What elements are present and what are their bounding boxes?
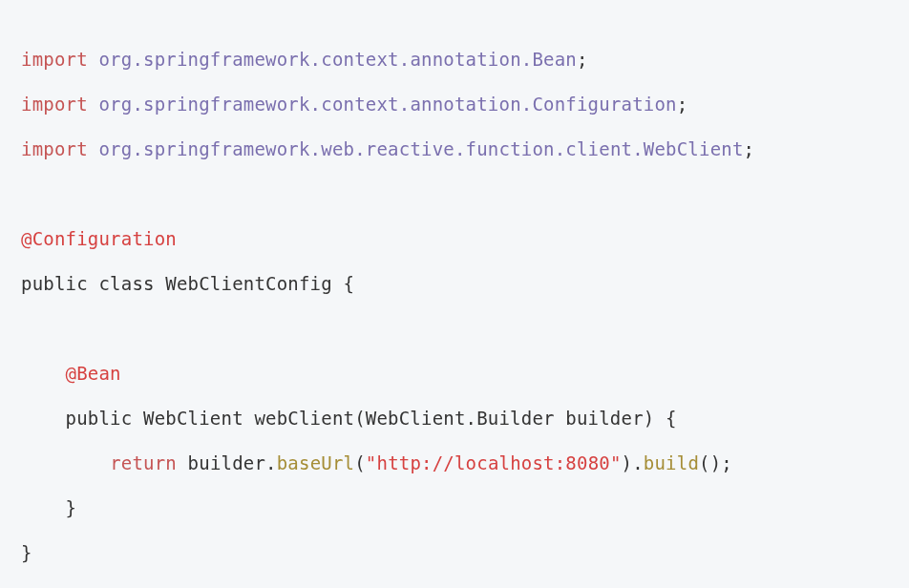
semicolon: ;: [577, 49, 588, 70]
code-line-import-1: import org.springframework.context.annot…: [21, 49, 588, 70]
blank-line: [21, 318, 32, 339]
brace-close: }: [21, 542, 32, 563]
brace-close: }: [66, 497, 77, 518]
string-url: "http://localhost:8080": [366, 452, 622, 473]
annotation-bean: @Bean: [66, 363, 121, 384]
code-line-class-decl: public class WebClientConfig {: [21, 273, 354, 294]
keyword-import: import: [21, 94, 88, 115]
package-path: org.springframework.context.annotation.B…: [98, 49, 576, 70]
annotation-configuration: @Configuration: [21, 228, 177, 249]
semicolon: ;: [744, 138, 755, 159]
semicolon: ;: [677, 94, 688, 115]
code-line-return: return builder.baseUrl("http://localhost…: [21, 452, 732, 473]
builder-object: builder.: [177, 452, 277, 473]
code-line-brace-close-inner: }: [21, 497, 76, 518]
paren-close-dot: ).: [622, 452, 644, 473]
code-line-import-3: import org.springframework.web.reactive.…: [21, 138, 754, 159]
keyword-import: import: [21, 49, 88, 70]
paren-open: (: [354, 452, 366, 473]
blank-line: [21, 183, 32, 204]
keyword-import: import: [21, 138, 88, 159]
package-path: org.springframework.context.annotation.C…: [98, 94, 676, 115]
code-line-brace-close-outer: }: [21, 542, 32, 563]
code-snippet: import org.springframework.context.annot…: [0, 18, 909, 588]
code-line-annotation-bean: @Bean: [21, 363, 121, 384]
code-line-annotation-configuration: @Configuration: [21, 228, 177, 249]
code-line-method-decl: public WebClient webClient(WebClient.Bui…: [21, 408, 677, 429]
class-declaration: public class WebClientConfig {: [21, 273, 354, 294]
fn-baseurl: baseUrl: [277, 452, 354, 473]
package-path: org.springframework.web.reactive.functio…: [98, 138, 743, 159]
tail: ();: [699, 452, 732, 473]
fn-build: build: [644, 452, 699, 473]
method-declaration: public WebClient webClient(WebClient.Bui…: [66, 408, 677, 429]
code-line-import-2: import org.springframework.context.annot…: [21, 94, 687, 115]
keyword-return: return: [110, 452, 177, 473]
